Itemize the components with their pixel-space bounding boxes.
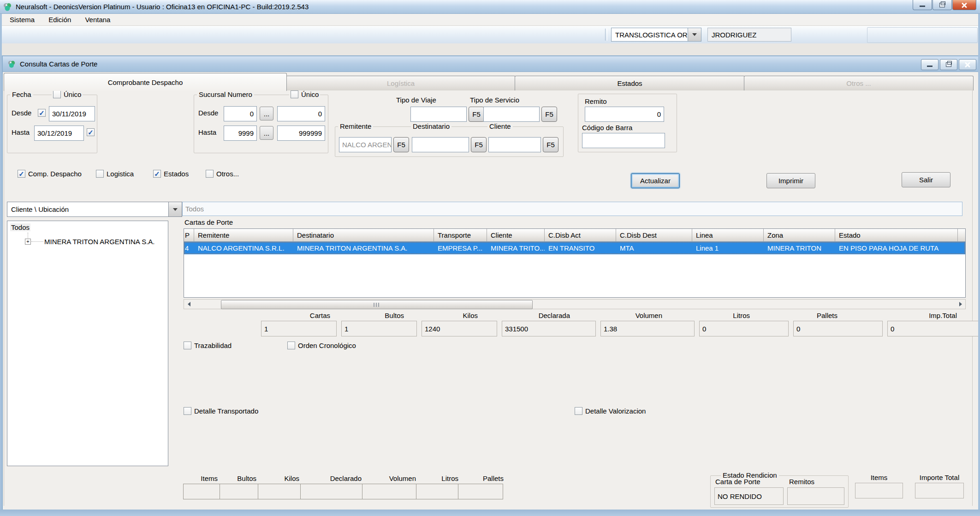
fecha-unico-checkbox[interactable] [53,90,61,98]
chevron-down-icon [692,33,697,36]
estados-checkbox[interactable] [153,170,161,178]
fecha-hasta-input[interactable]: 30/12/2019 [34,126,84,141]
otros-checkbox[interactable] [206,170,214,178]
totals-labels-row: Cartas Bultos Kilos Declarada Volumen Li… [261,312,957,319]
child-restore-button[interactable] [940,59,957,70]
codigo-barra-input[interactable] [582,133,665,148]
tab-page-edge [4,90,4,506]
totals-value-declarada: 331500 [502,321,596,336]
close-button[interactable] [952,0,976,10]
logistica-checkbox[interactable] [96,170,104,178]
restore-button[interactable] [932,0,952,10]
company-select[interactable]: TRANSLOGISTICA OROZ S.R.L. [611,28,701,42]
grid-header-transporte[interactable]: Transporte [434,229,487,242]
company-dropdown-button[interactable] [688,28,701,41]
sucursal-desde-browse-button[interactable]: ... [260,107,273,120]
fecha-desde-checkbox[interactable] [38,109,46,117]
tab-estados[interactable]: Estados [515,76,745,90]
grid-header-zona[interactable]: Zona [764,229,835,242]
totals-value-kilos: 1240 [422,321,497,336]
company-select-value: TRANSLOGISTICA OROZ S.R.L. [612,31,688,39]
child-minimize-icon [927,66,932,67]
grid-header-cdisb-dest[interactable]: C.Disb Dest [616,229,692,242]
tab-comprobante-despacho[interactable]: Comprobante Despacho [4,73,287,91]
grid-header-clip[interactable]: P [184,229,194,242]
numero-desde-input[interactable]: 0 [277,106,325,121]
estado-rendicion-group: Estado Rendicion Carta de Porte Remitos … [710,475,849,508]
menu-sistema[interactable]: Sistema [3,14,42,25]
tree-expand-icon[interactable]: + [25,239,31,245]
child-minimize-button[interactable] [921,59,938,70]
scrollbar-thumb[interactable] [221,300,533,309]
orden-cronologico-checkbox[interactable] [287,342,295,349]
tipo-viaje-label: Tipo de Viaje [396,96,436,104]
trazabilidad-checkbox[interactable] [184,342,191,349]
grid-row-selected[interactable]: 4 NALCO ARGENTINA S.R.L. MINERA TRITON A… [184,242,965,254]
remito-input[interactable]: 0 [585,107,664,122]
tree-node-todos[interactable]: Todos [10,223,30,231]
grid-header-remitente[interactable]: Remitente [194,229,293,242]
minimize-button[interactable] [913,0,932,10]
tab-page-edge [972,90,973,506]
remitente-input[interactable]: NALCO ARGEN [339,137,392,152]
carta-de-porte-value: NO RENDIDO [714,487,784,505]
totals-value-imp-total: 0 [887,321,980,336]
carta-de-porte-label: Carta de Porte [715,478,760,486]
destinatario-f5-button[interactable]: F5 [471,137,487,152]
scroll-right-button[interactable] [956,300,965,309]
sucursal-desde-input[interactable]: 0 [224,106,257,121]
menu-edicion[interactable]: Edición [42,14,78,25]
sucursal-group: Sucursal Numero Único Desde 0 ... 0 Hast… [194,95,328,153]
grid-header-destinatario[interactable]: Destinatario [293,229,434,242]
grid-header-cliente[interactable]: Cliente [487,229,545,242]
bottom-value-kilos [258,484,301,499]
menu-ventana[interactable]: Ventana [78,14,117,25]
tipo-viaje-f5-button[interactable]: F5 [469,107,484,122]
tab-otros[interactable]: Otros ... [744,76,974,90]
fecha-hasta-checkbox[interactable] [87,128,95,136]
actualizar-button[interactable]: Actualizar [631,173,680,188]
sucursal-unico-checkbox[interactable] [291,90,298,98]
scroll-left-button[interactable] [184,300,194,309]
destinatario-input[interactable] [412,137,469,152]
fecha-desde-label: Desde [12,109,31,117]
tipo-servicio-input[interactable] [483,107,540,122]
child-close-button[interactable] [959,59,976,70]
grid-header-linea[interactable]: Linea [692,229,764,242]
numero-hasta-input[interactable]: 999999 [277,126,325,141]
imprimir-button[interactable]: Imprimir [766,173,815,188]
cliente-ubicacion-select[interactable]: Cliente \ Ubicación [7,202,182,217]
fecha-unico-option: Único [52,90,83,98]
remitente-label: Remitente [338,122,373,130]
cliente-label: Cliente [487,122,513,130]
cliente-f5-button[interactable]: F5 [543,137,558,152]
sucursal-hasta-input[interactable]: 9999 [224,126,257,141]
application-window: Neuralsoft - DeonicsVersion Platinum - U… [0,0,980,516]
grid-cell-estado: EN PISO PARA HOJA DE RUTA [835,242,964,254]
tipo-servicio-f5-button[interactable]: F5 [541,107,557,122]
fecha-desde-input[interactable]: 30/11/2019 [49,106,95,121]
logistica-option: Logistica [96,170,134,178]
grid-cell-destinatario: MINERA TRITON ARGENTINA S.A. [293,242,434,254]
grid-header-estado[interactable]: Estado [835,229,958,242]
totals-value-bultos: 1 [341,321,417,336]
minimize-icon [920,6,925,7]
cliente-ubicacion-dropdown-button[interactable] [168,202,182,216]
remitos-label: Remitos [789,478,814,486]
bottom-totals-labels: Items Bultos Kilos Declarado Volumen Lit… [184,474,506,482]
detalle-valorizacion-checkbox[interactable] [575,407,582,415]
grid-header-cdisb-act[interactable]: C.Disb Act [545,229,616,242]
grid-filter-input[interactable]: Todos [182,202,962,216]
totals-label-litros: Litros [667,312,750,319]
cliente-input[interactable] [488,137,541,152]
grid-hscrollbar[interactable] [184,299,966,309]
tipo-viaje-input[interactable] [410,107,467,122]
comp-despacho-checkbox[interactable] [18,170,25,178]
sucursal-hasta-browse-button[interactable]: ... [260,126,273,140]
tree-node-minera-triton[interactable]: MINERA TRITON ARGENTINA S.A. [44,238,155,246]
detalle-transportado-checkbox[interactable] [184,407,191,415]
tab-logistica[interactable]: Logística [286,76,516,90]
remitente-f5-button[interactable]: F5 [393,137,409,152]
salir-button[interactable]: Salir [902,172,950,187]
detalle-valorizacion-option: Detalle Valorizacion [575,407,646,415]
